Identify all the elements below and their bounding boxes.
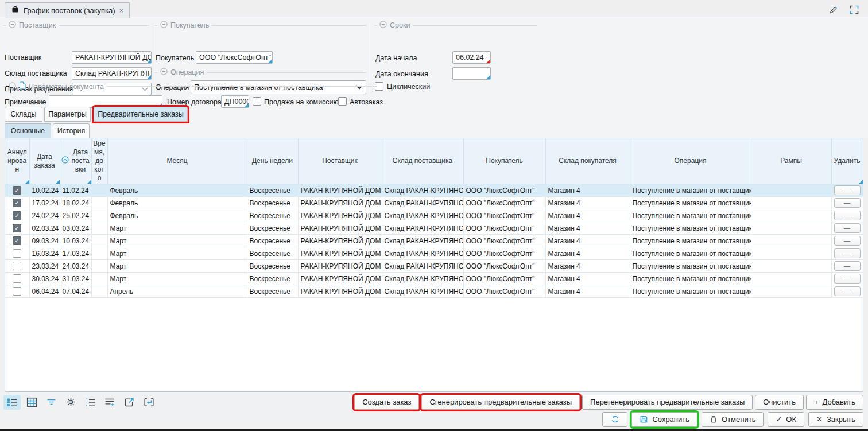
supplier-field[interactable]: РАКАН-КРУПЯНОЙ ДОМ	[72, 51, 152, 64]
table-row[interactable]: ✓24.02.2425.02.24ФевральВоскресеньеРАКАН…	[5, 209, 863, 222]
table-row[interactable]: ✓09.03.2410.03.24МартВоскресеньеРАКАН-КР…	[5, 235, 863, 247]
autoorder-checkbox[interactable]	[338, 97, 347, 106]
delete-row-button[interactable]: —	[834, 223, 861, 233]
generate-preliminary-orders-button[interactable]: Сгенерировать предварительные заказы	[421, 395, 580, 410]
tab-close-icon[interactable]: ×	[119, 6, 124, 15]
table-row[interactable]: ✓17.02.2418.02.24ФевральВоскресеньеРАКАН…	[5, 197, 863, 209]
contract-number-field[interactable]: ДП00003	[221, 95, 249, 108]
col-month[interactable]: Месяц	[107, 138, 247, 184]
annulled-checkbox[interactable]: ✓	[13, 236, 21, 245]
settings-gear-icon[interactable]	[62, 395, 79, 410]
reload-rows-icon[interactable]	[140, 395, 157, 410]
cell-weekday: Воскресенье	[247, 273, 298, 285]
col-ramps[interactable]: Рампы	[751, 138, 831, 184]
cell-ramps	[751, 247, 831, 260]
list-view-icon[interactable]	[3, 395, 21, 410]
subtab-main[interactable]: Основные	[5, 123, 51, 138]
grid-view-icon[interactable]	[23, 395, 40, 410]
filter-icon[interactable]	[42, 395, 60, 410]
col-order-date[interactable]: Дата заказа	[29, 138, 60, 184]
subtab-history[interactable]: История	[53, 123, 90, 138]
annulled-checkbox[interactable]	[13, 287, 21, 296]
note-field[interactable]	[49, 95, 162, 108]
delete-row-button[interactable]: —	[834, 286, 861, 296]
save-button[interactable]: Сохранить	[631, 412, 698, 427]
table-row[interactable]: ✓10.02.2411.02.24ФевральВоскресеньеРАКАН…	[5, 184, 863, 197]
col-annulled[interactable]: Аннулирован	[5, 138, 29, 184]
table-row[interactable]: 16.03.2417.03.24МартВоскресеньеРАКАН-КРУ…	[5, 247, 863, 260]
cell-supply-date: 31.03.24	[60, 273, 91, 285]
cell-supply-date: 18.02.24	[60, 197, 91, 209]
cell-delete: —	[831, 285, 863, 298]
annulled-checkbox[interactable]	[13, 262, 21, 270]
annulled-checkbox[interactable]	[13, 274, 21, 283]
tab-parameters[interactable]: Параметры	[44, 107, 91, 122]
delete-row-button[interactable]: —	[834, 248, 861, 258]
refresh-button[interactable]	[602, 412, 627, 427]
annulled-checkbox[interactable]	[13, 249, 21, 258]
add-button[interactable]: + Добавить	[806, 395, 863, 410]
create-order-button[interactable]: Создать заказ	[354, 395, 419, 410]
document-tab[interactable]: График поставок (закупка) ×	[5, 2, 130, 18]
cell-month: Апрель	[107, 285, 247, 298]
col-supplier[interactable]: Поставщик	[298, 138, 382, 184]
table-row[interactable]: 30.03.2431.03.24МартВоскресеньеРАКАН-КРУ…	[5, 273, 863, 285]
collapse-icon[interactable]	[9, 21, 16, 30]
close-button[interactable]: ✕ Закрыть	[808, 412, 863, 427]
delete-row-button[interactable]: —	[834, 211, 861, 220]
col-delete[interactable]: Удалить	[831, 138, 863, 184]
table-row[interactable]: 23.03.2424.03.24МартВоскресеньеРАКАН-КРУ…	[5, 260, 863, 273]
col-time-until[interactable]: Время, до кото	[91, 138, 107, 184]
delete-row-button[interactable]: —	[834, 198, 861, 208]
cancel-button[interactable]: Отменить	[702, 412, 764, 427]
end-date-field[interactable]	[452, 67, 491, 80]
annulled-checkbox[interactable]: ✓	[13, 211, 21, 220]
col-buyer[interactable]: Покупатель	[463, 138, 545, 184]
buyer-field[interactable]: ООО "ЛюксСофтОпт"	[196, 51, 273, 64]
annulled-checkbox[interactable]: ✓	[13, 186, 21, 195]
cell-operation: Поступление в магазин от поставщика	[630, 209, 751, 222]
supplier-warehouse-field[interactable]: Склад РАКАН-КРУПЯНО	[72, 67, 152, 80]
collapse-icon[interactable]	[9, 82, 16, 91]
doc-params-group-header: Параметры документа	[3, 81, 377, 91]
annulled-checkbox[interactable]: ✓	[13, 224, 21, 232]
cell-annulled	[5, 247, 29, 260]
cell-ramps	[751, 273, 831, 285]
commission-label: Продажа на комиссию	[264, 98, 339, 106]
cell-delete: —	[831, 209, 863, 222]
ok-button[interactable]: ✓ ОК	[768, 412, 804, 427]
collapse-icon[interactable]	[379, 21, 387, 30]
regenerate-preliminary-orders-button[interactable]: Перегенерировать предварительные заказы	[582, 395, 753, 410]
delete-row-button[interactable]: —	[834, 274, 861, 284]
cell-supplier: РАКАН-КРУПЯНОЙ ДОМ	[298, 260, 382, 273]
delete-row-button[interactable]: —	[834, 185, 861, 195]
collapse-icon[interactable]	[160, 21, 168, 30]
table-row[interactable]: ✓02.03.2403.03.24МартВоскресеньеРАКАН-КР…	[5, 222, 863, 235]
start-date-field[interactable]: 06.02.24	[452, 51, 491, 64]
col-supply-date[interactable]: Дата поставки	[60, 138, 91, 184]
clear-button[interactable]: Очистить	[755, 395, 804, 410]
open-external-icon[interactable]	[121, 395, 138, 410]
numbered-list-icon[interactable]	[82, 395, 99, 410]
briefcase-icon	[11, 5, 20, 15]
tab-warehouses[interactable]: Склады	[5, 107, 42, 122]
cell-order-date: 09.03.24	[29, 235, 60, 247]
add-rows-icon[interactable]	[101, 395, 118, 410]
tab-preliminary-orders[interactable]: Предварительные заказы	[94, 107, 188, 122]
cell-month: Март	[107, 222, 247, 235]
cell-delete: —	[831, 197, 863, 209]
cell-month: Март	[107, 273, 247, 285]
col-supplier-warehouse[interactable]: Склад поставщика	[382, 138, 463, 184]
col-weekday[interactable]: День недели	[247, 138, 298, 184]
commission-checkbox[interactable]	[253, 97, 261, 106]
col-buyer-warehouse[interactable]: Склад покупателя	[545, 138, 630, 184]
delete-row-button[interactable]: —	[834, 261, 861, 271]
edit-pencil-icon[interactable]	[828, 4, 839, 15]
col-operation[interactable]: Операция	[630, 138, 751, 184]
fullscreen-expand-icon[interactable]	[848, 4, 860, 15]
table-row[interactable]: 06.04.2407.04.24АпрельВоскресеньеРАКАН-К…	[5, 285, 863, 298]
cell-supplier-warehouse: Склад РАКАН-КРУПЯНОЙ	[382, 222, 463, 235]
delete-row-button[interactable]: —	[834, 236, 861, 246]
annulled-checkbox[interactable]: ✓	[13, 199, 21, 207]
collapse-icon[interactable]	[160, 68, 168, 77]
